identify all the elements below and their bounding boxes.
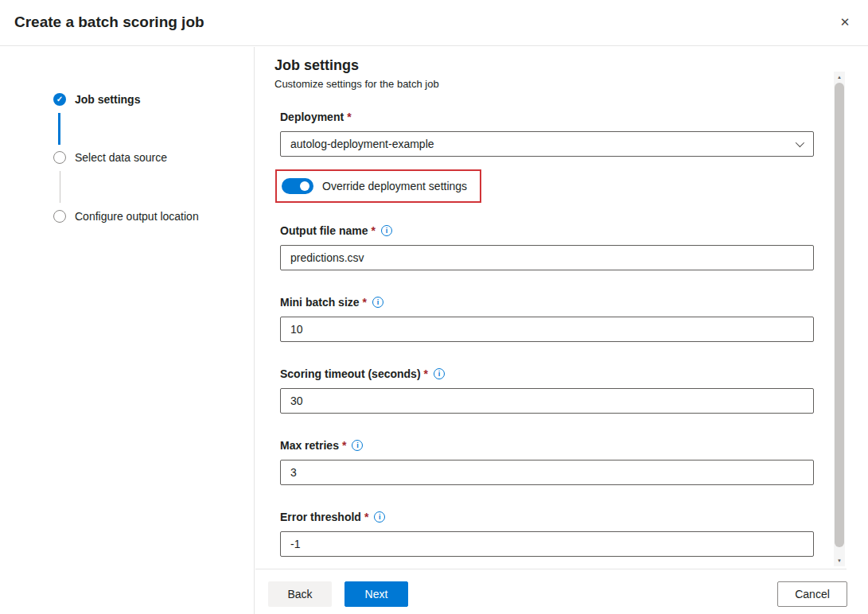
step-complete-icon: ✓ — [53, 93, 66, 106]
info-icon[interactable]: i — [352, 440, 363, 451]
label-text: Error threshold — [280, 511, 361, 523]
info-icon[interactable]: i — [372, 297, 383, 308]
error-threshold-input[interactable] — [280, 531, 814, 557]
panel-subtitle: Customize settings for the batch job — [274, 78, 868, 90]
annotation-highlight-box: Override deployment settings — [275, 169, 481, 203]
error-threshold-field-group: Error threshold * i — [280, 509, 814, 557]
step-label: Job settings — [75, 93, 140, 106]
required-asterisk: * — [363, 296, 367, 309]
check-icon: ✓ — [56, 95, 63, 103]
back-button[interactable]: Back — [268, 581, 332, 607]
error-threshold-label: Error threshold * i — [280, 509, 814, 525]
stepper-step-select-data-source[interactable]: Select data source — [53, 151, 167, 164]
info-icon[interactable]: i — [434, 368, 445, 379]
vertical-scrollbar[interactable]: ▲ ▼ — [834, 72, 845, 566]
step-label: Select data source — [75, 151, 167, 164]
deployment-selected-value: autolog-deployment-example — [290, 138, 434, 150]
next-button[interactable]: Next — [344, 581, 408, 607]
max-retries-field-group: Max retries * i — [280, 437, 814, 485]
scoring-timeout-input[interactable] — [280, 388, 814, 414]
scoring-timeout-label: Scoring timeout (seconds) * i — [280, 366, 814, 382]
job-settings-panel: Job settings Customize settings for the … — [255, 47, 868, 569]
footer-divider — [255, 569, 847, 569]
toggle-label: Override deployment settings — [322, 180, 467, 192]
chevron-down-icon — [796, 138, 804, 147]
step-label: Configure output location — [75, 210, 199, 223]
label-text: Deployment — [280, 111, 344, 123]
output-file-name-label: Output file name * i — [280, 223, 814, 239]
info-icon[interactable]: i — [381, 225, 392, 236]
info-icon[interactable]: i — [374, 511, 385, 523]
dialog-title: Create a batch scoring job — [14, 14, 204, 31]
deployment-dropdown[interactable]: autolog-deployment-example — [280, 131, 814, 157]
required-asterisk: * — [342, 439, 346, 452]
mini-batch-size-label: Mini batch size * i — [280, 294, 814, 310]
stepper-step-configure-output-location[interactable]: Configure output location — [53, 210, 199, 223]
step-connector-active — [58, 113, 60, 145]
output-file-name-input[interactable] — [280, 245, 814, 270]
deployment-label: Deployment * — [280, 109, 814, 125]
scoring-timeout-field-group: Scoring timeout (seconds) * i — [280, 366, 814, 414]
label-text: Output file name — [280, 224, 368, 237]
close-icon: ✕ — [840, 15, 850, 29]
job-settings-form: Deployment * autolog-deployment-example … — [280, 109, 814, 557]
toggle-knob — [300, 181, 309, 191]
scroll-down-icon[interactable]: ▼ — [834, 555, 845, 566]
label-text: Max retries — [280, 439, 339, 452]
step-connector — [60, 171, 60, 203]
step-pending-icon — [53, 151, 66, 164]
mini-batch-size-input[interactable] — [280, 317, 814, 342]
close-button[interactable]: ✕ — [833, 10, 857, 34]
required-asterisk: * — [364, 511, 368, 523]
cancel-button[interactable]: Cancel — [777, 581, 847, 607]
label-text: Mini batch size — [280, 296, 360, 309]
max-retries-label: Max retries * i — [280, 437, 814, 453]
scroll-up-icon[interactable]: ▲ — [834, 72, 845, 83]
step-pending-icon — [53, 210, 66, 223]
max-retries-input[interactable] — [280, 460, 814, 485]
stepper-step-job-settings[interactable]: ✓ Job settings — [53, 93, 140, 106]
required-asterisk: * — [347, 111, 351, 123]
override-deployment-settings-toggle[interactable] — [282, 178, 313, 194]
required-asterisk: * — [371, 224, 375, 237]
mini-batch-size-field-group: Mini batch size * i — [280, 294, 814, 342]
panel-heading: Job settings — [274, 57, 868, 74]
output-file-name-field-group: Output file name * i — [280, 223, 814, 270]
label-text: Scoring timeout (seconds) — [280, 367, 421, 380]
scrollbar-thumb[interactable] — [835, 83, 844, 547]
wizard-stepper: ✓ Job settings Select data source Config… — [0, 47, 255, 614]
required-asterisk: * — [424, 367, 428, 380]
dialog-header: Create a batch scoring job ✕ — [0, 0, 868, 46]
